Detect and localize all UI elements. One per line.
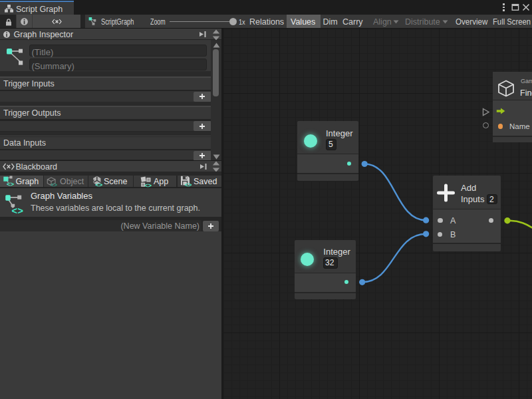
svg-text:<>: <>: [51, 182, 57, 188]
svg-text:<>: <>: [7, 180, 15, 187]
svg-text:<>: <>: [144, 181, 152, 187]
svg-text:<>: <>: [95, 181, 102, 187]
svg-text:<>: <>: [12, 205, 24, 215]
svg-text:<>: <>: [184, 181, 192, 187]
